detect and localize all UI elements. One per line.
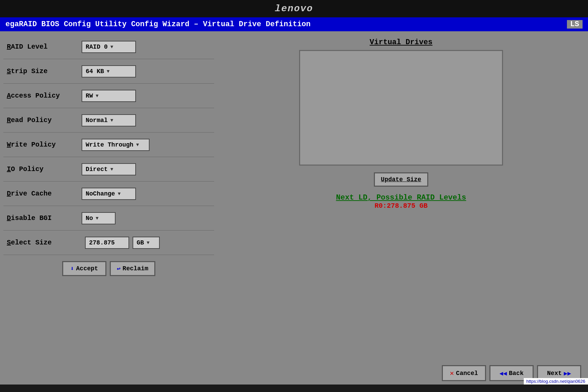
raid-level-dropdown[interactable]: RAID 0 ▼ [82, 41, 136, 53]
virtual-drives-title: Virtual Drives [370, 38, 433, 47]
io-policy-control: Direct ▼ [78, 160, 214, 178]
drive-cache-value: NoChange [86, 190, 115, 197]
io-policy-arrow: ▼ [110, 167, 113, 172]
raid-level-arrow: ▼ [110, 44, 113, 50]
raid-level-control: RAID 0 ▼ [78, 38, 214, 56]
left-panel: RAID Level RAID 0 ▼ Strip Size 64 KB [3, 35, 214, 381]
accept-label: Accept [76, 265, 98, 272]
strip-size-control: 64 KB ▼ [78, 63, 214, 80]
select-size-label: Select Size [3, 236, 78, 249]
screen-wrapper: egaRAID BIOS Config Utility Config Wizar… [0, 17, 588, 385]
select-size-control: GB ▼ [78, 231, 214, 254]
title-bar-right: LS [567, 20, 583, 29]
disable-bgi-value: No [86, 215, 93, 222]
drive-cache-label: Drive Cache [3, 187, 78, 200]
cancel-label: Cancel [456, 370, 478, 377]
drive-cache-dropdown[interactable]: NoChange ▼ [82, 188, 136, 200]
next-ld-title: Next LD, Possible RAID Levels [336, 193, 466, 202]
cancel-button[interactable]: ✕ Cancel [442, 365, 486, 381]
title-text: egaRAID BIOS Config Utility Config Wizar… [5, 20, 311, 29]
left-panel-actions: ⬇ Accept ↩ Reclaim [3, 258, 214, 276]
io-policy-value: Direct [86, 166, 108, 173]
access-policy-control: RW ▼ [78, 87, 214, 105]
select-size-row: Select Size GB ▼ [3, 231, 214, 255]
size-unit-arrow: ▼ [147, 240, 150, 245]
cancel-icon: ✕ [450, 369, 454, 377]
next-icon: ▶▶ [564, 370, 571, 377]
write-policy-label: Write Policy [3, 138, 78, 151]
size-unit-dropdown[interactable]: GB ▼ [133, 237, 160, 249]
drive-cache-row: Drive Cache NoChange ▼ [3, 182, 214, 206]
select-size-inputs: GB ▼ [82, 234, 163, 252]
next-ld-section: Next LD, Possible RAID Levels R0:278.875… [336, 193, 466, 210]
url-bar: https://blog.csdn.net/qian0626 [524, 378, 588, 385]
raid-level-value: RAID 0 [86, 44, 108, 50]
back-icon: ◀◀ [500, 370, 507, 377]
drive-cache-control: NoChange ▼ [78, 185, 214, 203]
access-policy-dropdown[interactable]: RW ▼ [82, 90, 136, 102]
next-label: Next [547, 370, 562, 377]
read-policy-arrow: ▼ [110, 118, 113, 123]
reclaim-label: Reclaim [123, 265, 149, 272]
read-policy-dropdown[interactable]: Normal ▼ [82, 114, 136, 126]
lenovo-logo: lenovo [0, 0, 588, 17]
nav-buttons-row: ✕ Cancel ◀◀ Back Next ▶▶ [218, 358, 585, 381]
access-policy-label: Access Policy [3, 89, 78, 102]
write-policy-row: Write Policy Write Through ▼ [3, 133, 214, 157]
reclaim-icon: ↩ [117, 265, 121, 272]
write-policy-control: Write Through ▼ [78, 136, 214, 154]
disable-bgi-control: No ▼ [78, 209, 214, 227]
right-panel: Virtual Drives Update Size Next LD, Poss… [218, 35, 585, 381]
virtual-drives-box [299, 50, 503, 166]
update-size-area: Update Size [218, 172, 585, 187]
drive-cache-arrow: ▼ [118, 191, 120, 197]
access-policy-arrow: ▼ [96, 93, 99, 99]
strip-size-label: Strip Size [3, 65, 78, 78]
disable-bgi-label: Disable BGI [3, 211, 78, 225]
strip-size-row: Strip Size 64 KB ▼ [3, 59, 214, 84]
strip-size-value: 64 KB [86, 68, 104, 75]
main-content: RAID Level RAID 0 ▼ Strip Size 64 KB [0, 31, 588, 385]
read-policy-row: Read Policy Normal ▼ [3, 108, 214, 133]
io-policy-dropdown[interactable]: Direct ▼ [82, 163, 136, 175]
update-size-label: Update Size [381, 176, 421, 183]
accept-icon: ⬇ [70, 265, 74, 272]
read-policy-value: Normal [86, 117, 108, 124]
write-policy-dropdown[interactable]: Write Through ▼ [82, 139, 150, 151]
accept-button[interactable]: ⬇ Accept [62, 261, 106, 276]
next-ld-value: R0:278.875 GB [336, 202, 466, 210]
read-policy-control: Normal ▼ [78, 112, 214, 129]
io-policy-label: IO Policy [3, 163, 78, 176]
strip-size-arrow: ▼ [107, 69, 109, 74]
access-policy-value: RW [86, 92, 93, 99]
disable-bgi-row: Disable BGI No ▼ [3, 206, 214, 231]
disable-bgi-arrow: ▼ [96, 216, 99, 221]
accept-reclaim-row: ⬇ Accept ↩ Reclaim [62, 261, 155, 276]
title-bar: egaRAID BIOS Config Utility Config Wizar… [0, 17, 588, 31]
update-size-button[interactable]: Update Size [374, 172, 429, 187]
back-label: Back [509, 370, 523, 377]
strip-size-dropdown[interactable]: 64 KB ▼ [82, 65, 136, 78]
io-policy-row: IO Policy Direct ▼ [3, 157, 214, 182]
read-policy-label: Read Policy [3, 114, 78, 127]
raid-level-label: RAID Level [3, 40, 78, 53]
size-unit-value: GB [137, 239, 144, 246]
raid-level-row: RAID Level RAID 0 ▼ [3, 35, 214, 59]
access-policy-row: Access Policy RW ▼ [3, 84, 214, 108]
size-value-input[interactable] [85, 237, 129, 249]
reclaim-button[interactable]: ↩ Reclaim [110, 261, 155, 276]
write-policy-value: Write Through [86, 141, 133, 148]
disable-bgi-dropdown[interactable]: No ▼ [82, 212, 116, 224]
write-policy-arrow: ▼ [136, 142, 139, 148]
